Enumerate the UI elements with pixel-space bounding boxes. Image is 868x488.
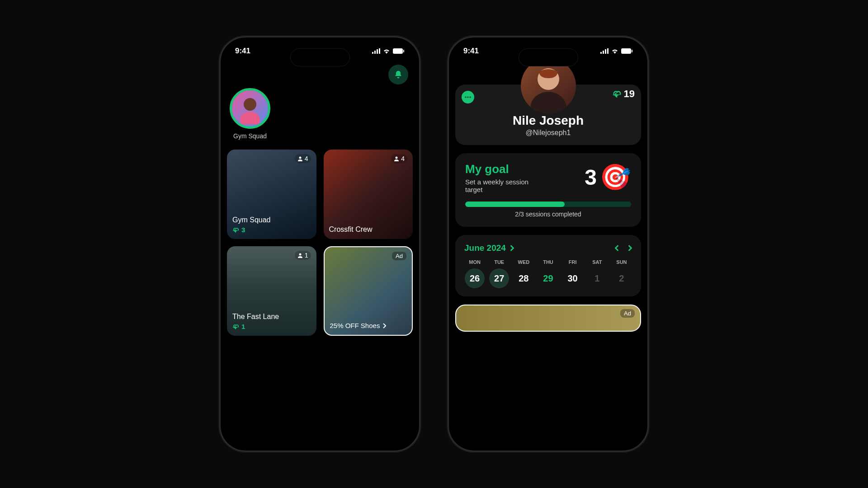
signal-icon [600,48,609,54]
svg-rect-4 [393,48,403,54]
member-count: 4 [295,154,311,163]
svg-rect-5 [403,50,404,52]
svg-point-21 [469,96,471,98]
heart-icon [612,89,622,99]
next-week-button[interactable] [627,245,632,251]
calendar-header: June 2024 [462,243,634,253]
notifications-button[interactable] [388,65,408,84]
calendar-dow: MON [462,259,487,268]
status-bar: 9:41 [221,38,419,57]
chevron-left-icon [615,245,619,251]
card-title: The Fast Lane [232,313,311,321]
status-bar: 9:41 [449,38,647,57]
target-icon: 🎯 [599,162,631,192]
person-icon [297,156,303,161]
svg-point-9 [396,157,398,159]
person-icon [394,156,399,161]
calendar-month-button[interactable]: June 2024 [464,243,514,253]
ad-badge: Ad [392,252,406,260]
heart-icon [232,226,240,234]
dots-icon [465,96,471,98]
goal-row: My goal Set a weekly session target 3 🎯 [465,162,631,193]
calendar-day[interactable]: 30 [563,268,583,288]
svg-point-6 [244,98,256,111]
calendar-dow: WED [511,259,536,268]
chevron-right-icon [382,323,386,328]
status-time: 9:41 [235,47,250,56]
ad-card-shoes[interactable]: Ad 25% OFF Shoes [324,246,413,336]
progress-label: 2/3 sessions completed [465,211,631,218]
svg-point-19 [465,96,466,98]
progress-bar [465,202,631,207]
group-card-the-fast-lane[interactable]: 1 The Fast Lane 1 [227,246,316,336]
calendar-dow: SAT [585,259,609,268]
status-time: 9:41 [463,47,479,56]
battery-icon [621,48,633,54]
group-card-crossfit-crew[interactable]: 4 Crossfit Crew [324,150,413,239]
goal-card[interactable]: My goal Set a weekly session target 3 🎯 … [455,153,641,227]
svg-rect-16 [632,50,632,52]
calendar-dow: THU [536,259,560,268]
card-title: Gym Squad [232,216,311,224]
calendar-day[interactable]: 26 [465,268,485,288]
member-count: 4 [391,154,407,163]
story-avatar [230,88,270,129]
svg-rect-0 [372,52,373,54]
chevron-right-icon [627,245,632,251]
stories-row: Gym Squad [227,88,413,150]
status-indicators [600,48,633,54]
svg-rect-2 [377,49,378,54]
screen-content: 19 Nile Joseph @Nilejoseph1 My goal Set … [449,57,647,448]
chevron-right-icon [509,245,514,251]
phone-groups-screen: 9:41 Gym Squad 4 [219,36,420,452]
svg-rect-3 [379,48,380,54]
calendar-card: June 2024 MONTUEWEDTHUFRISATSUN262728293… [455,235,641,296]
group-card-gym-squad[interactable]: 4 Gym Squad 3 [227,150,316,239]
wifi-icon [611,48,618,54]
ad-badge: Ad [620,309,635,318]
svg-rect-12 [603,51,604,54]
calendar-dow: TUE [487,259,511,268]
battery-icon [393,48,405,54]
groups-grid: 4 Gym Squad 3 4 Crossfit Crew 1 [227,150,413,336]
calendar-day[interactable]: 27 [489,268,509,288]
calendar-day[interactable]: 2 [612,268,632,288]
screen-content: Gym Squad 4 Gym Squad 3 4 Cro [221,57,419,448]
svg-rect-14 [607,48,609,54]
top-bar [227,57,413,88]
signal-icon [372,48,380,54]
profile-header: 19 Nile Joseph @Nilejoseph1 [455,84,641,145]
profile-handle: @Nilejoseph1 [463,129,633,137]
status-indicators [372,48,405,54]
calendar-day[interactable]: 28 [514,268,533,288]
story-item[interactable]: Gym Squad [230,88,270,140]
calendar-arrows [615,245,632,251]
member-count: 1 [295,251,311,260]
goal-value: 3 🎯 [585,162,631,192]
profile-avatar[interactable] [521,58,576,113]
card-stat: 1 [232,323,311,330]
card-stat: 3 [232,226,311,234]
goal-title: My goal [465,162,547,176]
more-button[interactable] [462,91,474,103]
profile-score: 19 [612,88,635,100]
wifi-icon [383,48,390,54]
svg-point-20 [467,96,468,98]
svg-rect-11 [600,52,602,54]
calendar-grid: MONTUEWEDTHUFRISATSUN262728293012 [462,259,634,288]
prev-week-button[interactable] [615,245,619,251]
svg-point-18 [530,92,566,113]
svg-rect-15 [621,48,631,54]
svg-point-10 [299,253,301,256]
svg-point-7 [240,112,260,124]
svg-rect-1 [374,51,376,54]
phone-profile-screen: 9:41 19 Nile Joseph @Nilejoseph1 [448,36,649,452]
ad-card-protein[interactable]: Ad [455,305,641,332]
bell-icon [394,70,403,79]
calendar-day[interactable]: 29 [538,268,558,288]
calendar-dow: SUN [609,259,634,268]
calendar-day[interactable]: 1 [587,268,607,288]
story-label: Gym Squad [233,132,267,140]
svg-point-8 [299,157,301,159]
heart-icon [232,323,240,330]
